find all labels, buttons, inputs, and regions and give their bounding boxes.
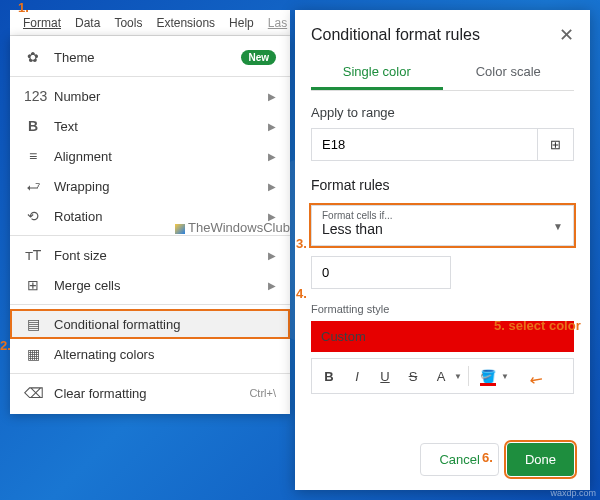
grid-icon: ⊞ (550, 137, 561, 152)
menu-label: Alignment (54, 149, 112, 164)
chevron-right-icon: ▶ (268, 151, 276, 162)
divider (468, 366, 469, 386)
menu-data[interactable]: Data (68, 16, 107, 30)
rotation-icon: ⟲ (24, 208, 42, 224)
merge-icon: ⊞ (24, 277, 42, 293)
clear-icon: ⌫ (24, 385, 42, 401)
strike-button[interactable]: S (400, 363, 426, 389)
menu-label: Clear formatting (54, 386, 146, 401)
menu-label: Font size (54, 248, 107, 263)
format-cells-if-select[interactable]: Format cells if... Less than ▼ (311, 205, 574, 246)
menu-label: Alternating colors (54, 347, 154, 362)
menu-help[interactable]: Help (222, 16, 261, 30)
threshold-input[interactable] (311, 256, 451, 289)
select-range-button[interactable]: ⊞ (538, 128, 574, 161)
menu-alternating-colors[interactable]: ▦Alternating colors (10, 339, 290, 369)
fontsize-icon: ᴛT (24, 247, 42, 263)
wrap-icon: ⮐ (24, 178, 42, 194)
menu-extensions[interactable]: Extensions (149, 16, 222, 30)
align-icon: ≡ (24, 148, 42, 164)
text-icon: B (24, 118, 42, 134)
select-caption: Format cells if... (322, 210, 563, 221)
menu-alignment[interactable]: ≡Alignment▶ (10, 141, 290, 171)
cond-format-icon: ▤ (24, 316, 42, 332)
watermark: TheWindowsClub (175, 220, 290, 235)
menu-last-edit[interactable]: Las (261, 16, 294, 30)
tab-single-color[interactable]: Single color (311, 56, 443, 90)
byline: waxdp.com (550, 488, 596, 498)
menu-format[interactable]: Format (16, 16, 68, 30)
format-toolbar: B I U S A▼ 🪣▼ (311, 358, 574, 394)
fill-color-button[interactable]: 🪣 (475, 363, 501, 389)
divider (10, 235, 290, 236)
menu-theme[interactable]: ✿ Theme New (10, 42, 290, 72)
shortcut: Ctrl+\ (249, 387, 276, 399)
alt-colors-icon: ▦ (24, 346, 42, 362)
range-input[interactable] (311, 128, 538, 161)
done-button[interactable]: Done (507, 443, 574, 476)
select-value: Less than (322, 221, 563, 237)
menu-label: Theme (54, 50, 94, 65)
menu-text[interactable]: BText▶ (10, 111, 290, 141)
menu-number[interactable]: 123Number▶ (10, 81, 290, 111)
menu-label: Text (54, 119, 78, 134)
chevron-down-icon: ▼ (501, 372, 509, 381)
menu-tools[interactable]: Tools (107, 16, 149, 30)
menu-label: Merge cells (54, 278, 120, 293)
chevron-down-icon: ▼ (553, 220, 563, 231)
panel-title: Conditional format rules (311, 26, 480, 44)
chevron-down-icon: ▼ (454, 372, 462, 381)
underline-button[interactable]: U (372, 363, 398, 389)
menu-conditional-formatting[interactable]: ▤Conditional formatting (10, 309, 290, 339)
menu-wrapping[interactable]: ⮐Wrapping▶ (10, 171, 290, 201)
text-color-button[interactable]: A (428, 363, 454, 389)
divider (10, 76, 290, 77)
menu-clear-formatting[interactable]: ⌫Clear formattingCtrl+\ (10, 378, 290, 408)
formatting-style-label: Formatting style (311, 303, 574, 315)
tab-color-scale[interactable]: Color scale (443, 56, 575, 90)
menu-label: Conditional formatting (54, 317, 180, 332)
menu-fontsize[interactable]: ᴛTFont size▶ (10, 240, 290, 270)
theme-icon: ✿ (24, 49, 42, 65)
apply-range-label: Apply to range (311, 105, 574, 120)
menu-label: Number (54, 89, 100, 104)
chevron-right-icon: ▶ (268, 91, 276, 102)
number-icon: 123 (24, 88, 42, 104)
style-preview[interactable]: Custom (311, 321, 574, 352)
bold-button[interactable]: B (316, 363, 342, 389)
format-rules-label: Format rules (311, 177, 574, 193)
chevron-right-icon: ▶ (268, 181, 276, 192)
chevron-right-icon: ▶ (268, 121, 276, 132)
close-icon[interactable]: ✕ (559, 24, 574, 46)
italic-button[interactable]: I (344, 363, 370, 389)
new-badge: New (241, 50, 276, 65)
chevron-right-icon: ▶ (268, 250, 276, 261)
menubar: Format Data Tools Extensions Help Las (10, 10, 290, 36)
menu-label: Rotation (54, 209, 102, 224)
menu-label: Wrapping (54, 179, 109, 194)
conditional-format-panel: Conditional format rules ✕ Single color … (295, 10, 590, 490)
divider (10, 304, 290, 305)
menu-merge[interactable]: ⊞Merge cells▶ (10, 270, 290, 300)
cancel-button[interactable]: Cancel (420, 443, 498, 476)
divider (10, 373, 290, 374)
panel-tabs: Single color Color scale (311, 56, 574, 91)
chevron-right-icon: ▶ (268, 280, 276, 291)
